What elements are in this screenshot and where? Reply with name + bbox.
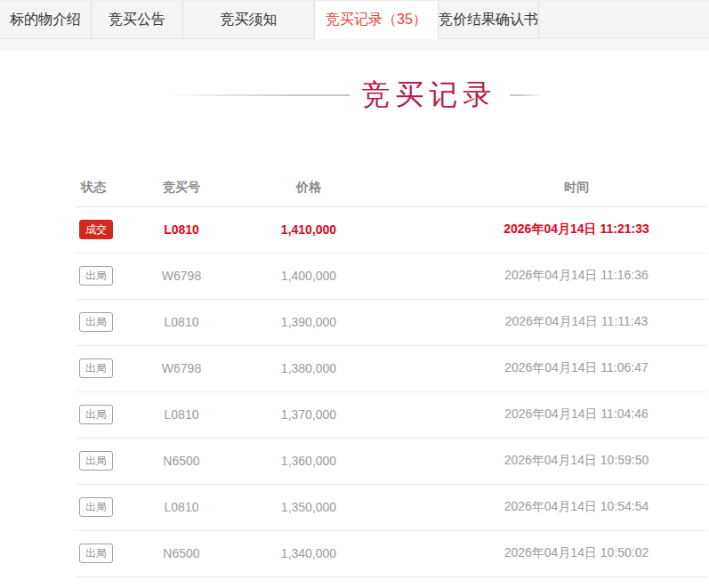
status-badge: 出局 (79, 358, 113, 378)
bid-time: 2026年04月14日 11:11:43 (387, 299, 707, 345)
bid-price: 1,350,000 (230, 484, 387, 530)
page-title: 竞买记录 (362, 76, 497, 115)
column-header-status: 状态 (76, 169, 133, 206)
status-cell: 出局 (76, 391, 133, 438)
table-header-row: 状态 竞买号 价格 时间 (76, 169, 707, 206)
bid-record-row: 出局 N6500 1,340,000 2026年04月14日 10:50:02 (76, 530, 707, 576)
bid-price: 1,340,000 (230, 530, 387, 576)
bid-time: 2026年04月14日 10:59:50 (387, 438, 707, 484)
bidder-number: N6500 (133, 438, 230, 484)
status-cell: 出局 (76, 530, 133, 576)
bid-record-row: 出局 N6500 1,360,000 2026年04月14日 10:59:50 (76, 438, 707, 484)
bidder-number: L0810 (133, 484, 230, 530)
title-block: 竞买记录 (0, 76, 709, 115)
bid-price: 1,360,000 (230, 438, 387, 484)
tab-4[interactable]: 竞买记录（35） (315, 1, 439, 39)
tab-1[interactable]: 标的物介绍 (0, 1, 92, 39)
bid-record-table: 状态 竞买号 价格 时间 成交 L0810 1,410,000 2026年04月… (76, 169, 707, 577)
column-header-price: 价格 (230, 169, 387, 206)
bid-price: 1,410,000 (230, 206, 387, 253)
bidder-number: L0810 (133, 391, 230, 438)
bidder-number: L0810 (133, 299, 230, 345)
status-cell: 成交 (76, 206, 133, 253)
tab-bar: 标的物介绍竞买公告竞买须知竞买记录（35）竞价结果确认书 (0, 0, 709, 38)
status-badge: 出局 (79, 451, 113, 471)
status-cell: 出局 (76, 484, 133, 530)
tab-2[interactable]: 竞买公告 (92, 1, 183, 39)
status-badge: 出局 (79, 544, 113, 563)
bid-record-row: 出局 W6798 1,400,000 2026年04月14日 11:16:36 (76, 253, 707, 299)
bid-time: 2026年04月14日 11:04:46 (387, 391, 707, 438)
bid-record-row: 出局 L0810 1,390,000 2026年04月14日 11:11:43 (76, 299, 707, 345)
bid-price: 1,370,000 (230, 391, 387, 438)
status-cell: 出局 (76, 253, 133, 299)
status-badge: 成交 (79, 220, 113, 239)
bid-record-row: 出局 L0810 1,350,000 2026年04月14日 10:54:54 (76, 484, 707, 530)
bid-time: 2026年04月14日 11:06:47 (387, 345, 707, 391)
bid-price: 1,390,000 (230, 299, 387, 345)
status-badge: 出局 (79, 312, 113, 332)
bid-time: 2026年04月14日 11:21:33 (387, 206, 707, 253)
bid-record-row: 出局 W6798 1,380,000 2026年04月14日 11:06:47 (76, 345, 707, 391)
bidder-number: W6798 (133, 253, 230, 299)
column-header-bidder: 竞买号 (133, 169, 230, 206)
status-cell: 出局 (76, 345, 133, 391)
bid-time: 2026年04月14日 10:50:02 (387, 530, 707, 576)
bid-time: 2026年04月14日 10:54:54 (387, 484, 707, 530)
title-rule-left (168, 94, 350, 96)
tab-bar-filler (539, 1, 709, 38)
bidder-number: W6798 (133, 345, 230, 391)
bidder-number: L0810 (133, 206, 230, 253)
status-badge: 出局 (79, 405, 113, 424)
tab-5[interactable]: 竞价结果确认书 (439, 1, 539, 39)
section-gap (0, 38, 709, 51)
status-cell: 出局 (76, 299, 133, 345)
column-header-time: 时间 (387, 169, 707, 206)
bid-price: 1,380,000 (230, 345, 387, 391)
bid-table-body: 成交 L0810 1,410,000 2026年04月14日 11:21:33 … (76, 206, 707, 576)
status-badge: 出局 (79, 266, 113, 286)
bid-time: 2026年04月14日 11:16:36 (387, 253, 707, 299)
bid-record-row: 成交 L0810 1,410,000 2026年04月14日 11:21:33 (76, 206, 707, 253)
bidder-number: N6500 (133, 530, 230, 576)
status-badge: 出局 (79, 497, 113, 517)
status-cell: 出局 (76, 438, 133, 484)
tab-3[interactable]: 竞买须知 (183, 1, 315, 39)
title-rule-right (510, 94, 542, 96)
bid-record-row: 出局 L0810 1,370,000 2026年04月14日 11:04:46 (76, 391, 707, 438)
bid-price: 1,400,000 (230, 253, 387, 299)
